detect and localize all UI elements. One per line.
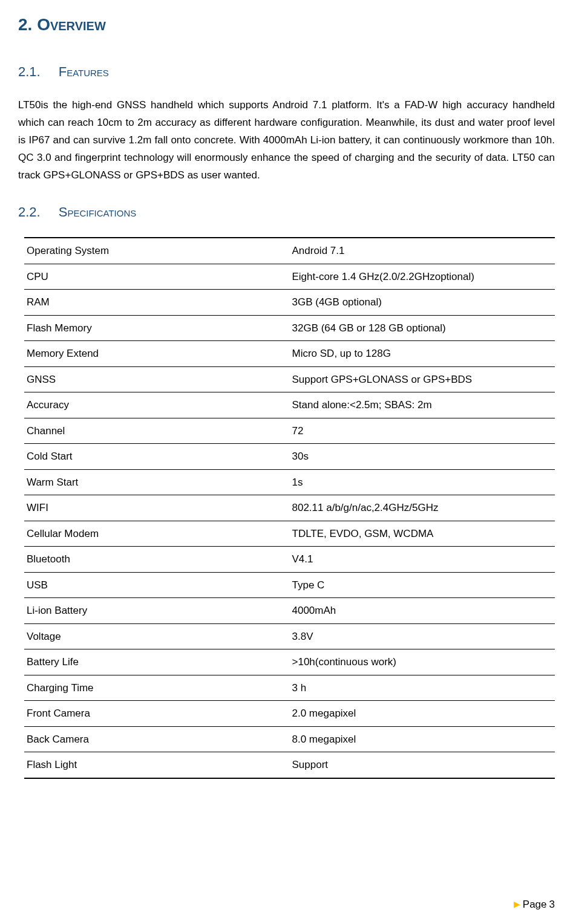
spec-value: 3GB (4GB optional) — [290, 290, 555, 316]
table-row: Front Camera2.0 megapixel — [24, 701, 555, 727]
heading-title: Features — [59, 62, 109, 82]
table-row: Warm Start1s — [24, 469, 555, 495]
spec-key: CPU — [24, 264, 290, 290]
spec-value: 3.8V — [290, 623, 555, 649]
spec-key: Flash Memory — [24, 315, 290, 341]
spec-key: Li-ion Battery — [24, 598, 290, 624]
table-row: Charging Time3 h — [24, 675, 555, 701]
heading-number: 2.2. — [18, 202, 41, 222]
spec-key: Memory Extend — [24, 341, 290, 367]
heading-number: 2. — [18, 15, 32, 34]
spec-value: 1s — [290, 469, 555, 495]
spec-key: GNSS — [24, 366, 290, 392]
spec-key: Operating System — [24, 238, 290, 264]
features-body-text: LT50is the high-end GNSS handheld which … — [18, 97, 555, 184]
spec-key: Flash Light — [24, 752, 290, 778]
table-row: RAM3GB (4GB optional) — [24, 290, 555, 316]
table-row: WIFI802.11 a/b/g/n/ac,2.4GHz/5GHz — [24, 495, 555, 521]
spec-key: Accuracy — [24, 392, 290, 418]
table-row: Flash LightSupport — [24, 752, 555, 778]
spec-value: Micro SD, up to 128G — [290, 341, 555, 367]
spec-value: 72 — [290, 418, 555, 444]
spec-value: 2.0 megapixel — [290, 701, 555, 727]
spec-key: Front Camera — [24, 701, 290, 727]
table-row: AccuracyStand alone:<2.5m; SBAS: 2m — [24, 392, 555, 418]
table-row: Operating SystemAndroid 7.1 — [24, 238, 555, 264]
spec-key: Cellular Modem — [24, 521, 290, 547]
spec-value: TDLTE, EVDO, GSM, WCDMA — [290, 521, 555, 547]
table-row: Cellular ModemTDLTE, EVDO, GSM, WCDMA — [24, 521, 555, 547]
heading-title: Overview — [37, 15, 106, 34]
spec-value: Stand alone:<2.5m; SBAS: 2m — [290, 392, 555, 418]
spec-value: V4.1 — [290, 547, 555, 573]
spec-key: Battery Life — [24, 649, 290, 675]
table-row: Voltage3.8V — [24, 623, 555, 649]
spec-value: Type C — [290, 572, 555, 598]
table-row: USBType C — [24, 572, 555, 598]
table-row: BluetoothV4.1 — [24, 547, 555, 573]
spec-value: 8.0 megapixel — [290, 726, 555, 752]
table-row: Memory ExtendMicro SD, up to 128G — [24, 341, 555, 367]
spec-value: 802.11 a/b/g/n/ac,2.4GHz/5GHz — [290, 495, 555, 521]
table-row: GNSSSupport GPS+GLONASS or GPS+BDS — [24, 366, 555, 392]
spec-value: 3 h — [290, 675, 555, 701]
spec-key: WIFI — [24, 495, 290, 521]
table-row: Channel72 — [24, 418, 555, 444]
heading-level-1: 2. Overview — [18, 12, 555, 37]
table-row: Cold Start30s — [24, 444, 555, 470]
spec-value: Support GPS+GLONASS or GPS+BDS — [290, 366, 555, 392]
spec-key: Back Camera — [24, 726, 290, 752]
spec-value: 4000mAh — [290, 598, 555, 624]
heading-level-2-specifications: 2.2. Specifications — [18, 202, 555, 222]
spec-key: Charging Time — [24, 675, 290, 701]
heading-title: Specifications — [59, 202, 137, 222]
spec-key: RAM — [24, 290, 290, 316]
heading-number: 2.1. — [18, 62, 41, 82]
spec-value: Eight-core 1.4 GHz(2.0/2.2GHzoptional) — [290, 264, 555, 290]
spec-key: Warm Start — [24, 469, 290, 495]
spec-value: 30s — [290, 444, 555, 470]
specifications-table: Operating SystemAndroid 7.1CPUEight-core… — [24, 237, 555, 779]
spec-key: USB — [24, 572, 290, 598]
spec-key: Voltage — [24, 623, 290, 649]
table-row: Battery Life>10h(continuous work) — [24, 649, 555, 675]
heading-level-2-features: 2.1. Features — [18, 62, 555, 82]
spec-value: Android 7.1 — [290, 238, 555, 264]
table-row: Back Camera8.0 megapixel — [24, 726, 555, 752]
table-row: Flash Memory32GB (64 GB or 128 GB option… — [24, 315, 555, 341]
spec-value: 32GB (64 GB or 128 GB optional) — [290, 315, 555, 341]
table-row: Li-ion Battery4000mAh — [24, 598, 555, 624]
table-row: CPUEight-core 1.4 GHz(2.0/2.2GHzoptional… — [24, 264, 555, 290]
spec-key: Bluetooth — [24, 547, 290, 573]
spec-value: Support — [290, 752, 555, 778]
spec-value: >10h(continuous work) — [290, 649, 555, 675]
spec-key: Channel — [24, 418, 290, 444]
spec-key: Cold Start — [24, 444, 290, 470]
